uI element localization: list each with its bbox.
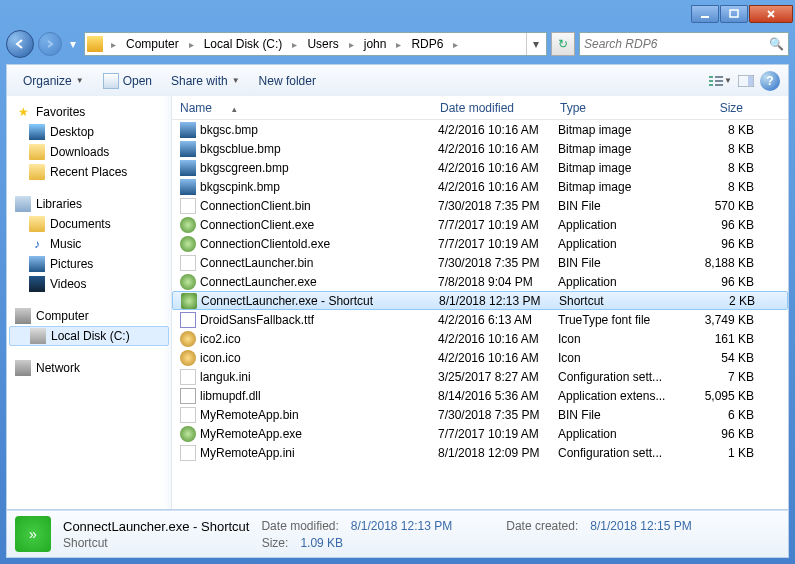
file-name: ConnectLauncher.exe (200, 275, 438, 289)
chevron-right-icon[interactable]: ▸ (447, 39, 464, 50)
column-header-name[interactable]: Name (172, 97, 432, 119)
breadcrumb-segment[interactable]: Computer (122, 35, 183, 53)
maximize-button[interactable] (720, 5, 748, 23)
file-size: 6 KB (688, 408, 754, 422)
file-row[interactable]: ConnectionClientold.exe7/7/2017 10:19 AM… (172, 234, 788, 253)
file-size: 8 KB (688, 123, 754, 137)
sidebar-item-downloads[interactable]: Downloads (7, 142, 171, 162)
address-bar[interactable]: ▸ Computer▸Local Disk (C:)▸Users▸john▸RD… (84, 32, 547, 56)
chevron-right-icon[interactable]: ▸ (343, 39, 360, 50)
file-size: 3,749 KB (688, 313, 754, 327)
file-icon (181, 293, 197, 309)
file-icon (180, 255, 196, 271)
chevron-right-icon[interactable]: ▸ (390, 39, 407, 50)
file-type: Icon (558, 332, 688, 346)
sidebar-item-pictures[interactable]: Pictures (7, 254, 171, 274)
file-row[interactable]: bkgscblue.bmp4/2/2016 10:16 AMBitmap ima… (172, 139, 788, 158)
open-button[interactable]: Open (95, 70, 160, 92)
file-type: Application (558, 218, 688, 232)
column-headers: Name Date modified Type Size (172, 96, 788, 120)
chevron-right-icon[interactable]: ▸ (105, 39, 122, 50)
organize-button[interactable]: Organize▼ (15, 71, 92, 91)
file-row[interactable]: ConnectLauncher.exe - Shortcut8/1/2018 1… (172, 291, 788, 310)
sidebar-item-desktop[interactable]: Desktop (7, 122, 171, 142)
share-with-button[interactable]: Share with▼ (163, 71, 248, 91)
minimize-button[interactable] (691, 5, 719, 23)
file-date: 4/2/2016 10:16 AM (438, 180, 558, 194)
file-date: 7/30/2018 7:35 PM (438, 256, 558, 270)
search-icon[interactable]: 🔍 (769, 37, 784, 51)
content-area: ★Favorites Desktop Downloads Recent Plac… (6, 96, 789, 510)
recent-locations-button[interactable]: ▾ (66, 34, 80, 54)
file-row[interactable]: libmupdf.dll8/14/2016 5:36 AMApplication… (172, 386, 788, 405)
file-icon (180, 198, 196, 214)
sidebar-item-music[interactable]: ♪Music (7, 234, 171, 254)
file-row[interactable]: languk.ini3/25/2017 8:27 AMConfiguration… (172, 367, 788, 386)
sidebar-item-recent-places[interactable]: Recent Places (7, 162, 171, 182)
details-pane: » ConnectLauncher.exe - Shortcut Date mo… (6, 510, 789, 558)
file-icon (180, 122, 196, 138)
file-date: 4/2/2016 6:13 AM (438, 313, 558, 327)
forward-button[interactable] (38, 32, 62, 56)
view-options-button[interactable]: ▼ (708, 71, 732, 91)
file-size: 96 KB (688, 237, 754, 251)
search-box[interactable]: 🔍 (579, 32, 789, 56)
sidebar-item-local-disk-c[interactable]: Local Disk (C:) (9, 326, 169, 346)
chevron-right-icon[interactable]: ▸ (183, 39, 200, 50)
file-list[interactable]: bkgsc.bmp4/2/2016 10:16 AMBitmap image8 … (172, 120, 788, 509)
folder-icon (87, 36, 103, 52)
file-name: ConnectionClientold.exe (200, 237, 438, 251)
file-row[interactable]: bkgsc.bmp4/2/2016 10:16 AMBitmap image8 … (172, 120, 788, 139)
refresh-button[interactable]: ↻ (551, 32, 575, 56)
network-header[interactable]: Network (7, 358, 171, 378)
file-icon (180, 160, 196, 176)
column-header-type[interactable]: Type (552, 97, 682, 119)
svg-rect-4 (709, 84, 713, 86)
breadcrumb-segment[interactable]: RDP6 (407, 35, 447, 53)
new-folder-button[interactable]: New folder (251, 71, 324, 91)
help-button[interactable]: ? (760, 71, 780, 91)
file-row[interactable]: ConnectionClient.bin7/30/2018 7:35 PMBIN… (172, 196, 788, 215)
file-row[interactable]: bkgscpink.bmp4/2/2016 10:16 AMBitmap ima… (172, 177, 788, 196)
preview-pane-button[interactable] (734, 71, 758, 91)
file-icon (180, 331, 196, 347)
column-header-date[interactable]: Date modified (432, 97, 552, 119)
chevron-right-icon[interactable]: ▸ (286, 39, 303, 50)
column-header-size[interactable]: Size (682, 97, 752, 119)
address-dropdown-button[interactable]: ▾ (526, 33, 544, 55)
file-row[interactable]: DroidSansFallback.ttf4/2/2016 6:13 AMTru… (172, 310, 788, 329)
breadcrumb-segment[interactable]: Users (303, 35, 342, 53)
libraries-header[interactable]: Libraries (7, 194, 171, 214)
details-modified-label: Date modified: (261, 519, 338, 534)
sidebar-item-videos[interactable]: Videos (7, 274, 171, 294)
file-row[interactable]: ConnectLauncher.exe7/8/2018 9:04 PMAppli… (172, 272, 788, 291)
file-name: ConnectLauncher.exe - Shortcut (201, 294, 439, 308)
file-row[interactable]: ico2.ico4/2/2016 10:16 AMIcon161 KB (172, 329, 788, 348)
favorites-header[interactable]: ★Favorites (7, 102, 171, 122)
close-button[interactable] (749, 5, 793, 23)
details-type: Shortcut (63, 536, 108, 550)
file-row[interactable]: bkgscgreen.bmp4/2/2016 10:16 AMBitmap im… (172, 158, 788, 177)
file-size: 96 KB (688, 275, 754, 289)
file-icon (180, 445, 196, 461)
file-row[interactable]: MyRemoteApp.bin7/30/2018 7:35 PMBIN File… (172, 405, 788, 424)
navigation-pane[interactable]: ★Favorites Desktop Downloads Recent Plac… (7, 96, 172, 509)
breadcrumb-segment[interactable]: Local Disk (C:) (200, 35, 287, 53)
file-name: ConnectionClient.exe (200, 218, 438, 232)
file-row[interactable]: ConnectLauncher.bin7/30/2018 7:35 PMBIN … (172, 253, 788, 272)
file-icon (180, 236, 196, 252)
search-input[interactable] (584, 37, 769, 51)
file-row[interactable]: MyRemoteApp.ini8/1/2018 12:09 PMConfigur… (172, 443, 788, 462)
sidebar-item-documents[interactable]: Documents (7, 214, 171, 234)
computer-header[interactable]: Computer (7, 306, 171, 326)
file-row[interactable]: ConnectionClient.exe7/7/2017 10:19 AMApp… (172, 215, 788, 234)
breadcrumb-segment[interactable]: john (360, 35, 391, 53)
file-row[interactable]: MyRemoteApp.exe7/7/2017 10:19 AMApplicat… (172, 424, 788, 443)
titlebar[interactable] (0, 0, 795, 28)
file-name: ico2.ico (200, 332, 438, 346)
file-icon (180, 312, 196, 328)
file-date: 7/7/2017 10:19 AM (438, 237, 558, 251)
file-row[interactable]: icon.ico4/2/2016 10:16 AMIcon54 KB (172, 348, 788, 367)
svg-rect-3 (709, 80, 713, 82)
back-button[interactable] (6, 30, 34, 58)
